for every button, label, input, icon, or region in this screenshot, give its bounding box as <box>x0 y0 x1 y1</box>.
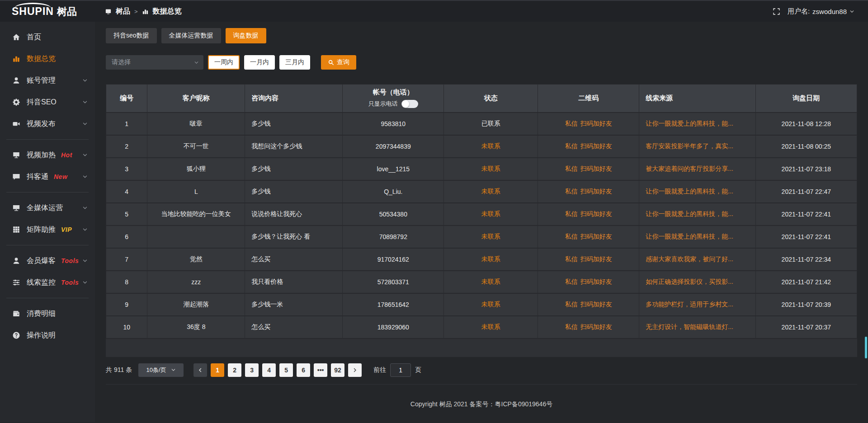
screen-icon <box>12 151 20 159</box>
cell-content: 说说价格让我死心 <box>245 203 343 226</box>
chevron-down-icon <box>82 121 88 127</box>
lead-source-link[interactable]: 让你一眼就爱上的黑科技，能... <box>646 233 733 240</box>
user-dropdown[interactable]: 用户名: zswodun88 <box>788 7 854 16</box>
sidebar-item[interactable]: 视频发布 <box>0 113 95 135</box>
tab-3[interactable]: 询盘数据 <box>226 28 266 43</box>
private-message-link[interactable]: 私信 <box>565 210 578 217</box>
data-tabs: 抖音seo数据全媒体运营数据询盘数据 <box>106 28 857 43</box>
col-header-label: 帐号（电话） <box>373 88 414 97</box>
tab-2[interactable]: 全媒体运营数据 <box>161 28 221 43</box>
home-icon <box>12 33 20 41</box>
quick-range-button[interactable]: 三月内 <box>279 55 310 70</box>
sidebar-item[interactable]: 操作说明 <box>0 324 95 346</box>
cell-status: 未联系 <box>444 158 538 180</box>
private-message-link[interactable]: 私信 <box>565 142 578 150</box>
private-message-link[interactable]: 私信 <box>565 120 578 127</box>
lead-source-link[interactable]: 让你一眼就爱上的黑科技，能... <box>646 120 733 127</box>
cell-content: 多少钱一米 <box>245 293 343 316</box>
private-message-link[interactable]: 私信 <box>565 323 578 330</box>
sidebar-item[interactable]: 全媒体运营 <box>0 197 95 219</box>
scan-add-friend-link[interactable]: 扫码加好友 <box>580 120 612 127</box>
page-button-4[interactable]: 4 <box>262 363 276 377</box>
page-button-6[interactable]: 6 <box>297 363 310 377</box>
page-size-select[interactable]: 10条/页 <box>138 363 184 377</box>
chevron-down-icon <box>82 99 88 105</box>
tab-1[interactable]: 抖音seo数据 <box>106 28 157 43</box>
scan-add-friend-link[interactable]: 扫码加好友 <box>580 210 612 217</box>
cell-qr: 私信扫码加好友 <box>538 293 639 316</box>
cell-date: 2021-11-07 22:34 <box>755 248 857 271</box>
table-row: 2不可一世我想问这个多少钱2097344839未联系私信扫码加好友客厅安装投影半… <box>106 135 857 158</box>
sidebar-item[interactable]: 数据总览 <box>0 48 95 70</box>
goto-page-input[interactable] <box>390 363 411 377</box>
prev-page-button[interactable] <box>193 363 207 377</box>
lead-source-link[interactable]: 如何正确选择投影仪，买投影... <box>646 278 733 285</box>
sidebar-item[interactable]: 抖客通New <box>0 166 95 188</box>
scan-add-friend-link[interactable]: 扫码加好友 <box>580 278 612 285</box>
lead-source-link[interactable]: 被大家追着问的客厅投影分享... <box>646 165 733 172</box>
chevron-down-icon <box>171 367 176 372</box>
next-page-button[interactable] <box>348 363 362 377</box>
sidebar-item[interactable]: 视频加热Hot <box>0 144 95 166</box>
sidebar-item[interactable]: 会员爆客Tools <box>0 250 95 272</box>
sidebar-item-tag: VIP <box>61 226 72 233</box>
private-message-link[interactable]: 私信 <box>565 165 578 172</box>
page-button-5[interactable]: 5 <box>279 363 293 377</box>
fullscreen-icon[interactable] <box>773 8 780 15</box>
scan-add-friend-link[interactable]: 扫码加好友 <box>580 233 612 240</box>
cell-source: 感谢大家喜欢我家，被问了好... <box>639 248 755 271</box>
lead-source-link[interactable]: 客厅安装投影半年多了，真实... <box>646 142 733 150</box>
scrollbar-thumb[interactable] <box>865 337 867 358</box>
sidebar-item[interactable]: 矩阵助推VIP <box>0 219 95 240</box>
page-ellipsis-button[interactable]: ••• <box>314 363 327 377</box>
sidebar-item[interactable]: 首页 <box>0 26 95 48</box>
goto-page: 前往 页 <box>373 363 421 377</box>
sidebar-item[interactable]: 线索监控Tools <box>0 272 95 293</box>
search-button-label: 查询 <box>337 58 349 66</box>
scan-add-friend-link[interactable]: 扫码加好友 <box>580 255 612 263</box>
scan-add-friend-link[interactable]: 扫码加好友 <box>580 142 612 150</box>
cell-date: 2021-11-07 21:42 <box>755 271 857 293</box>
lead-source-link[interactable]: 感谢大家喜欢我家，被问了好... <box>646 255 733 263</box>
sidebar-item[interactable]: 抖音SEO <box>0 91 95 113</box>
page-button-92[interactable]: 92 <box>331 363 344 377</box>
comment-icon <box>12 173 20 181</box>
page-button-2[interactable]: 2 <box>228 363 241 377</box>
page-button-3[interactable]: 3 <box>245 363 259 377</box>
lead-source-link[interactable]: 多功能护栏灯，适用于乡村文... <box>646 301 733 308</box>
cell-source: 让你一眼就爱上的黑科技，能... <box>639 113 755 135</box>
breadcrumb-root[interactable]: 树品 <box>116 7 130 16</box>
lead-source-link[interactable]: 无主灯设计，智能磁吸轨道灯... <box>646 323 733 330</box>
scan-add-friend-link[interactable]: 扫码加好友 <box>580 301 612 308</box>
page-button-1[interactable]: 1 <box>211 363 224 377</box>
app-icon <box>105 8 112 15</box>
private-message-link[interactable]: 私信 <box>565 278 578 285</box>
account-select[interactable]: 请选择 <box>106 55 203 70</box>
scan-add-friend-link[interactable]: 扫码加好友 <box>580 188 612 195</box>
goto-label: 前往 <box>373 366 386 374</box>
sidebar-item[interactable]: 消费明细 <box>0 303 95 324</box>
sidebar-item-label: 数据总览 <box>27 54 56 64</box>
private-message-link[interactable]: 私信 <box>565 233 578 240</box>
brand-logo[interactable]: SHUPIN 树品 <box>12 6 95 17</box>
cell-status: 未联系 <box>444 248 538 271</box>
table-row: 1036度 8怎么买183929060未联系私信扫码加好友无主灯设计，智能磁吸轨… <box>106 316 857 338</box>
lead-source-link[interactable]: 让你一眼就爱上的黑科技，能... <box>646 188 733 195</box>
logo-area: SHUPIN 树品 <box>0 6 95 17</box>
scan-add-friend-link[interactable]: 扫码加好友 <box>580 323 612 330</box>
table-row: 8zzz我只看价格572803371未联系私信扫码加好友如何正确选择投影仪，买投… <box>106 271 857 293</box>
quick-range-button[interactable]: 一月内 <box>244 55 275 70</box>
search-button[interactable]: 查询 <box>321 55 356 70</box>
sidebar-item[interactable]: 账号管理 <box>0 70 95 91</box>
cell-content: 多少钱 <box>245 180 343 203</box>
cell-date: 2021-11-07 23:18 <box>755 158 857 180</box>
phone-only-toggle[interactable] <box>401 100 418 108</box>
scan-add-friend-link[interactable]: 扫码加好友 <box>580 165 612 172</box>
private-message-link[interactable]: 私信 <box>565 255 578 263</box>
private-message-link[interactable]: 私信 <box>565 301 578 308</box>
page-size-value: 10条/页 <box>146 366 166 374</box>
private-message-link[interactable]: 私信 <box>565 188 578 195</box>
table-row: 5当地比较能吃的一位美女说说价格让我死心50534380未联系私信扫码加好友让你… <box>106 203 857 226</box>
quick-range-button[interactable]: 一周内 <box>208 55 240 70</box>
lead-source-link[interactable]: 让你一眼就爱上的黑科技，能... <box>646 210 733 217</box>
